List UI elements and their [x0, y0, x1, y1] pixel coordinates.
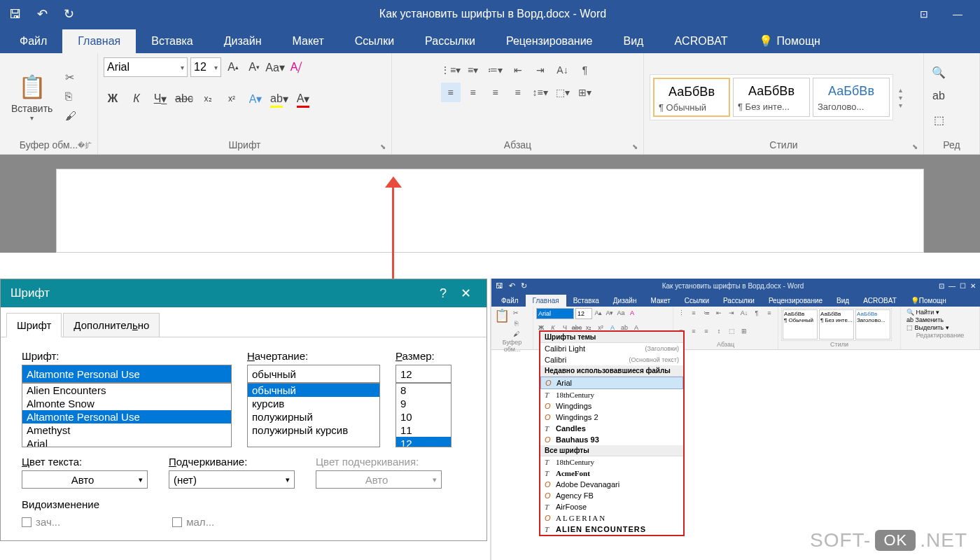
sw-undo-icon[interactable]: ↶: [509, 281, 515, 290]
underline-style-combo[interactable]: (нет)▾: [169, 470, 295, 489]
sw-indent[interactable]: ⇥: [727, 308, 736, 318]
list-item[interactable]: Amethyst: [22, 424, 231, 437]
fd-item[interactable]: Calibri Light(Заголовки): [540, 343, 683, 354]
show-paragraph-icon[interactable]: ¶: [575, 60, 595, 80]
sw-para[interactable]: ¶: [752, 308, 762, 318]
sw-ar[interactable]: ≡: [689, 326, 699, 336]
grow-font-icon[interactable]: A▴: [224, 58, 242, 76]
fd-item[interactable]: OWingdings 2: [540, 412, 683, 423]
list-item[interactable]: 8: [396, 384, 451, 397]
sw-case-icon[interactable]: Aa: [616, 308, 626, 318]
sw-grow-icon[interactable]: A▴: [594, 308, 603, 318]
fd-item[interactable]: OWingdings: [540, 400, 683, 412]
document-page[interactable]: [56, 169, 924, 253]
text-effects-icon[interactable]: A▾: [246, 90, 265, 108]
sw-ribbon-options-icon[interactable]: ⊡: [939, 282, 944, 290]
shrink-font-icon[interactable]: A▾: [245, 58, 263, 76]
fd-item[interactable]: T18thCentury: [540, 456, 683, 468]
italic-button[interactable]: К: [127, 90, 146, 108]
decrease-indent-icon[interactable]: ⇤: [508, 60, 528, 80]
change-case-icon[interactable]: Aa▾: [266, 58, 284, 76]
align-right-icon[interactable]: ≡: [486, 83, 505, 102]
size-input[interactable]: [396, 365, 451, 383]
sw-redo-icon[interactable]: ↻: [521, 281, 527, 290]
sw-tab-view[interactable]: Вид: [830, 295, 856, 307]
sw-copy-icon[interactable]: ⎘: [511, 318, 521, 328]
replace-icon[interactable]: ab: [930, 87, 948, 105]
bold-button[interactable]: Ж: [104, 90, 122, 108]
fd-item[interactable]: TAcmeFont: [540, 468, 683, 479]
save-icon[interactable]: 🖫: [8, 7, 22, 21]
highlight-icon[interactable]: ab▾: [270, 90, 288, 108]
tab-acrobat[interactable]: ACROBAT: [659, 29, 743, 53]
select-icon[interactable]: ⬚: [930, 111, 948, 129]
style-more-icon[interactable]: ▾: [899, 102, 902, 109]
tab-home[interactable]: Главная: [62, 29, 136, 53]
sw-font-combo[interactable]: Arial: [536, 308, 574, 319]
undo-icon[interactable]: ↶: [35, 7, 49, 21]
font-name-combo[interactable]: Arial▾: [104, 57, 188, 77]
align-center-icon[interactable]: ≡: [463, 83, 483, 102]
underline-button[interactable]: Ч▾: [151, 90, 169, 108]
sw-tab-review[interactable]: Рецензирование: [762, 295, 830, 307]
list-item[interactable]: 10: [396, 410, 451, 424]
font-size-combo[interactable]: 12▾: [190, 57, 221, 77]
sw-tab-file[interactable]: Файл: [494, 295, 526, 307]
font-list[interactable]: Alien Encounters Almonte Snow Altamonte …: [22, 383, 232, 447]
fd-item[interactable]: OALGERIAN: [540, 512, 683, 524]
style-heading1[interactable]: АаБбВвЗаголово...: [813, 78, 890, 117]
fd-item[interactable]: OBauhaus 93: [540, 434, 683, 445]
fd-item[interactable]: TAirFoose: [540, 501, 683, 512]
sw-tab-references[interactable]: Ссылки: [678, 295, 716, 307]
list-item[interactable]: 9: [396, 397, 451, 410]
clear-formatting-icon[interactable]: A⧸: [287, 58, 305, 76]
sw-style-h1[interactable]: АаБбВвЗаголово...: [855, 309, 890, 340]
size-list[interactable]: 8 9 10 11 12: [396, 383, 451, 447]
sw-cut-icon[interactable]: ✂: [511, 308, 521, 318]
list-item[interactable]: 11: [396, 424, 451, 437]
line-spacing-icon[interactable]: ↕≡▾: [531, 83, 550, 102]
fd-item[interactable]: OAgency FB: [540, 490, 683, 501]
sw-find[interactable]: 🔍 Найти ▾: [906, 309, 974, 316]
format-painter-icon[interactable]: 🖌: [65, 110, 79, 124]
sw-style-normal[interactable]: АаБбВв¶ Обычный: [783, 309, 818, 340]
increase-indent-icon[interactable]: ⇥: [531, 60, 550, 80]
clipboard-launcher-icon[interactable]: �扩: [78, 141, 92, 150]
sw-tab-mailings[interactable]: Рассылки: [716, 295, 762, 307]
tab-file[interactable]: Файл: [4, 29, 62, 53]
dialog-tab-advanced[interactable]: Дополнительно: [63, 313, 160, 337]
sw-shrink-icon[interactable]: A▾: [605, 308, 615, 318]
dialog-close-icon[interactable]: ✕: [454, 286, 477, 301]
tab-review[interactable]: Рецензирование: [491, 29, 608, 53]
tab-design[interactable]: Дизайн: [209, 29, 277, 53]
sw-select[interactable]: ⬚ Выделить ▾: [906, 324, 974, 331]
justify-icon[interactable]: ≡: [508, 83, 528, 102]
sw-replace[interactable]: ab Заменить: [906, 316, 974, 323]
style-scroll-up-icon[interactable]: ▴: [899, 86, 902, 94]
style-input[interactable]: [247, 365, 380, 383]
fd-item[interactable]: TCandles: [540, 423, 683, 434]
sw-tab-acrobat[interactable]: ACROBAT: [856, 295, 904, 307]
strikethrough-button[interactable]: abc: [175, 90, 193, 108]
dialog-tab-font[interactable]: Шрифт: [6, 313, 62, 337]
sw-sh[interactable]: ⬚: [727, 326, 736, 336]
sw-minimize-icon[interactable]: —: [948, 282, 955, 290]
borders-icon[interactable]: ⊞▾: [575, 83, 595, 102]
sw-tab-layout[interactable]: Макет: [643, 295, 677, 307]
checkbox-strikethrough[interactable]: зач...: [22, 516, 60, 528]
tab-layout[interactable]: Макет: [277, 29, 340, 53]
multilevel-icon[interactable]: ≔▾: [486, 60, 505, 80]
font-launcher-icon[interactable]: ⬊: [380, 143, 386, 150]
sw-ls[interactable]: ↕: [714, 326, 724, 336]
styles-gallery[interactable]: АаБбВв¶ Обычный АаБбВв¶ Без инте... АаБб…: [650, 74, 893, 120]
minimize-icon[interactable]: —: [944, 4, 972, 24]
fd-item[interactable]: OArial: [540, 377, 683, 389]
sw-size-combo[interactable]: 12: [575, 308, 592, 319]
sw-maximize-icon[interactable]: ☐: [960, 282, 966, 290]
sw-sort[interactable]: A↓: [739, 308, 749, 318]
redo-icon[interactable]: ↻: [62, 7, 76, 21]
sw-bullets[interactable]: ⋮: [676, 308, 686, 318]
style-list[interactable]: обычный курсив полужирный полужирный кур…: [247, 383, 380, 447]
text-color-combo[interactable]: Авто▾: [22, 470, 148, 489]
style-no-spacing[interactable]: АаБбВв¶ Без инте...: [733, 78, 810, 117]
